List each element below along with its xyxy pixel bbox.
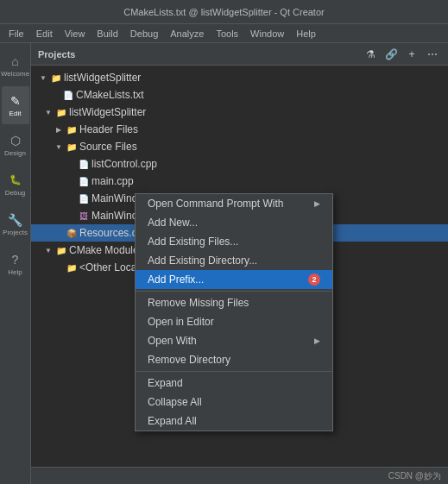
menu-bar: File Edit View Build Debug Analyze Tools…	[0, 24, 448, 43]
ctx-remove-missing-label: Remove Missing Files	[148, 297, 249, 309]
title-bar: CMakeLists.txt @ listWidgetSplitter - Qt…	[0, 0, 448, 24]
menu-tools[interactable]: Tools	[211, 27, 243, 41]
ctx-open-editor-label: Open in Editor	[148, 316, 214, 328]
welcome-icon: ⌂	[8, 53, 23, 69]
filter-btn[interactable]: ⚗	[362, 46, 379, 63]
ctx-add-prefix[interactable]: Add Prefix... 2	[136, 270, 332, 289]
ctx-open-editor[interactable]: Open in Editor	[136, 312, 332, 331]
status-text: CSDN @妙为	[388, 470, 441, 482]
submenu-arrow-1: ▶	[314, 199, 320, 208]
menu-help[interactable]: Help	[291, 27, 321, 41]
ctx-add-existing-dir-label: Add Existing Directory...	[148, 255, 257, 267]
toolbar: Projects ⚗ 🔗 + ⋯	[31, 43, 448, 66]
ctx-open-command-label: Open Command Prompt With	[148, 198, 283, 210]
tree-area: ▼ 📁 listWidgetSplitter ▶ 📄 CMakeLists.tx…	[31, 66, 448, 467]
menu-edit[interactable]: Edit	[31, 27, 58, 41]
menu-view[interactable]: View	[60, 27, 91, 41]
sidebar-icon-welcome[interactable]: ⌂ Welcome	[2, 47, 29, 85]
submenu-arrow-2: ▶	[314, 336, 320, 345]
ctx-expand[interactable]: Expand	[136, 374, 332, 393]
sidebar-icon-edit[interactable]: ✎ Edit	[2, 86, 29, 124]
left-sidebar: ⌂ Welcome ✎ Edit ⬡ Design 🐛 Debug 🔧 Proj…	[0, 43, 31, 484]
ctx-add-prefix-label: Add Prefix...	[148, 273, 204, 286]
ctx-open-with-label: Open With	[148, 335, 197, 347]
ctx-open-command[interactable]: Open Command Prompt With ▶	[136, 194, 332, 213]
projects-icon: 🔧	[8, 212, 23, 228]
window-title: CMakeLists.txt @ listWidgetSplitter - Qt…	[7, 7, 441, 17]
ctx-add-new[interactable]: Add New...	[136, 213, 332, 232]
ctx-collapse-all[interactable]: Collapse All	[136, 393, 332, 412]
ctx-expand-all-label: Expand All	[148, 415, 197, 427]
ctx-collapse-all-label: Collapse All	[148, 396, 202, 408]
sidebar-help-label: Help	[8, 269, 22, 277]
ctx-remove-missing[interactable]: Remove Missing Files	[136, 293, 332, 312]
status-bar: CSDN @妙为	[31, 467, 448, 484]
ctx-add-existing-files[interactable]: Add Existing Files...	[136, 232, 332, 251]
ctx-remove-dir-label: Remove Directory	[148, 354, 230, 366]
badge-2: 2	[308, 273, 320, 286]
main-layout: ⌂ Welcome ✎ Edit ⬡ Design 🐛 Debug 🔧 Proj…	[0, 43, 448, 484]
link-btn[interactable]: 🔗	[382, 46, 400, 63]
design-icon: ⬡	[8, 133, 23, 148]
menu-window[interactable]: Window	[245, 27, 289, 41]
more-btn[interactable]: ⋯	[424, 46, 441, 63]
ctx-separator-1	[136, 291, 332, 292]
content-area: Projects ⚗ 🔗 + ⋯ ▼ 📁 listWidgetSplitter …	[31, 43, 448, 484]
ctx-add-new-label: Add New...	[148, 217, 198, 229]
sidebar-edit-label: Edit	[9, 110, 22, 118]
ctx-open-with[interactable]: Open With ▶	[136, 331, 332, 350]
menu-analyze[interactable]: Analyze	[165, 27, 209, 41]
ctx-add-existing-files-label: Add Existing Files...	[148, 236, 238, 248]
sidebar-projects-label: Projects	[3, 229, 28, 237]
sidebar-icon-design[interactable]: ⬡ Design	[2, 126, 29, 164]
sidebar-icon-debug[interactable]: 🐛 Debug	[2, 166, 29, 204]
ctx-expand-all[interactable]: Expand All	[136, 412, 332, 431]
debug-icon: 🐛	[8, 173, 23, 188]
add-btn[interactable]: +	[403, 46, 420, 63]
sidebar-icon-help[interactable]: ? Help	[2, 245, 29, 283]
help-icon: ?	[8, 252, 23, 267]
ctx-expand-label: Expand	[148, 377, 183, 389]
menu-build[interactable]: Build	[91, 27, 123, 41]
sidebar-debug-label: Debug	[5, 190, 26, 198]
ctx-remove-dir[interactable]: Remove Directory	[136, 350, 332, 369]
ctx-add-existing-dir[interactable]: Add Existing Directory...	[136, 251, 332, 270]
ctx-separator-2	[136, 371, 332, 372]
context-menu-overlay: Open Command Prompt With ▶ Add New... Ad…	[31, 66, 448, 467]
menu-file[interactable]: File	[3, 27, 29, 41]
context-menu: Open Command Prompt With ▶ Add New... Ad…	[135, 193, 333, 431]
toolbar-label: Projects	[38, 49, 75, 60]
sidebar-design-label: Design	[4, 150, 26, 158]
sidebar-icon-projects[interactable]: 🔧 Projects	[2, 205, 29, 243]
edit-icon: ✎	[8, 93, 23, 109]
menu-debug[interactable]: Debug	[125, 27, 163, 41]
sidebar-welcome-label: Welcome	[1, 71, 29, 79]
